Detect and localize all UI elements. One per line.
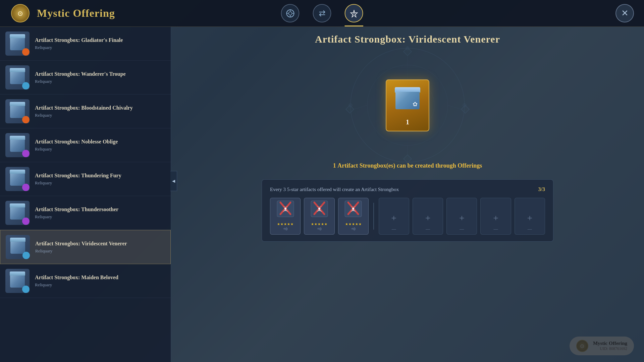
item-icon bbox=[5, 167, 30, 191]
artifact-card: ✿ 1 bbox=[386, 79, 429, 131]
item-subtitle: Reliquary bbox=[35, 79, 165, 84]
sidebar-item[interactable]: Artifact Strongbox: Wanderer's Troupe Re… bbox=[0, 61, 171, 95]
header: ⊙ Mystic Offering bbox=[0, 0, 644, 27]
slot-label: +0 bbox=[283, 227, 287, 232]
item-subtitle: Reliquary bbox=[35, 113, 165, 118]
box-shape bbox=[10, 71, 25, 84]
offering-bar: Every 3 5-star artifacts offered will cr… bbox=[262, 179, 553, 242]
artifact-card-count: 1 bbox=[406, 118, 409, 126]
svg-point-33 bbox=[352, 208, 354, 210]
offering-slot-filled[interactable]: ★★★★★ +0 bbox=[304, 198, 334, 235]
item-name: Artifact Strongbox: Bloodstained Chivalr… bbox=[35, 105, 165, 112]
item-text: Artifact Strongbox: Bloodstained Chivalr… bbox=[35, 105, 165, 118]
slot-empty-label: — bbox=[460, 226, 464, 232]
box-shape bbox=[10, 172, 25, 186]
nav-craft-wrap bbox=[281, 0, 300, 26]
sidebar-item[interactable]: Artifact Strongbox: Maiden Beloved Reliq… bbox=[0, 264, 171, 298]
artifact-slot-image bbox=[274, 199, 296, 221]
offering-slot-filled[interactable]: ★★★★★ +0 bbox=[338, 198, 369, 235]
svg-line-12 bbox=[448, 105, 461, 109]
item-corner-badge bbox=[22, 286, 30, 293]
nav-exchange-wrap bbox=[313, 0, 331, 26]
star-icon: ★ bbox=[359, 222, 362, 226]
star-icon: ★ bbox=[280, 222, 283, 226]
nav-craft-button[interactable] bbox=[281, 4, 300, 22]
item-corner-badge bbox=[22, 116, 30, 123]
star-icon: ★ bbox=[314, 222, 317, 226]
star-icon: ★ bbox=[290, 222, 293, 226]
item-icon bbox=[5, 201, 30, 225]
star-icon: ★ bbox=[284, 222, 287, 226]
svg-line-11 bbox=[354, 105, 367, 109]
sidebar-item[interactable]: Artifact Strongbox: Gladiator's Finale R… bbox=[0, 27, 171, 61]
artifact-slot-image bbox=[308, 199, 330, 221]
star-icon: ★ bbox=[345, 222, 348, 226]
logo-circle-icon: ⊙ bbox=[11, 4, 30, 22]
offering-slot-empty[interactable]: + — bbox=[379, 198, 409, 235]
nav-offering-button[interactable] bbox=[345, 4, 363, 22]
item-subtitle: Reliquary bbox=[35, 248, 165, 254]
item-text: Artifact Strongbox: Thundersoother Reliq… bbox=[35, 206, 165, 220]
sidebar: Artifact Strongbox: Gladiator's Finale R… bbox=[0, 27, 171, 362]
item-subtitle: Reliquary bbox=[35, 45, 165, 50]
box-shape bbox=[10, 37, 25, 50]
star-icon: ★ bbox=[355, 222, 358, 226]
svg-point-25 bbox=[284, 208, 286, 210]
slot-empty-label: — bbox=[528, 226, 532, 232]
box-shape bbox=[10, 105, 25, 118]
slot-stars: ★★★★★ bbox=[311, 222, 327, 226]
svg-point-1 bbox=[288, 12, 292, 15]
item-name: Artifact Strongbox: Gladiator's Finale bbox=[35, 37, 165, 44]
svg-point-15 bbox=[349, 104, 352, 107]
artifact-scissors-icon bbox=[275, 199, 296, 219]
nav-exchange-button[interactable] bbox=[313, 4, 331, 22]
item-corner-badge bbox=[22, 82, 30, 89]
item-text: Artifact Strongbox: Viridescent Venerer … bbox=[35, 240, 165, 254]
item-name: Artifact Strongbox: Viridescent Venerer bbox=[35, 240, 165, 247]
star-icon: ★ bbox=[324, 222, 327, 226]
slot-artifact-icon bbox=[273, 198, 298, 221]
item-subtitle: Reliquary bbox=[35, 180, 165, 186]
app-title: Mystic Offering bbox=[37, 7, 115, 19]
sidebar-item[interactable]: Artifact Strongbox: Bloodstained Chivalr… bbox=[0, 95, 171, 128]
offering-slot-empty[interactable]: + — bbox=[515, 198, 545, 235]
slot-stars: ★★★★★ bbox=[345, 222, 362, 226]
slot-label: +0 bbox=[351, 227, 356, 232]
item-icon bbox=[5, 133, 30, 157]
sidebar-collapse-button[interactable]: ◀ bbox=[170, 171, 177, 191]
svg-point-14 bbox=[463, 104, 466, 107]
offering-bar-description: Every 3 5-star artifacts offered will cr… bbox=[270, 187, 399, 192]
box-shape bbox=[10, 274, 25, 288]
item-name: Artifact Strongbox: Wanderer's Troupe bbox=[35, 71, 165, 78]
sidebar-item[interactable]: Artifact Strongbox: Viridescent Venerer … bbox=[0, 230, 171, 264]
app-logo: ⊙ bbox=[10, 3, 30, 23]
close-button[interactable]: ✕ bbox=[615, 4, 634, 22]
nav-offering-wrap bbox=[345, 0, 363, 26]
main-content: Artifact Strongbox: Viridescent Venerer bbox=[171, 27, 644, 362]
item-subtitle: Reliquary bbox=[35, 282, 165, 288]
item-name: Artifact Strongbox: Thundering Fury bbox=[35, 172, 165, 179]
item-name: Artifact Strongbox: Noblesse Oblige bbox=[35, 138, 165, 145]
offering-slot-filled[interactable]: ★★★★★ +0 bbox=[270, 198, 301, 235]
star-icon: ★ bbox=[277, 222, 280, 226]
box-shape bbox=[10, 138, 25, 152]
offering-slot-empty[interactable]: + — bbox=[480, 198, 511, 235]
svg-point-29 bbox=[318, 208, 320, 210]
item-corner-badge bbox=[22, 48, 30, 56]
slot-artifact-icon bbox=[307, 198, 332, 221]
sidebar-item[interactable]: Artifact Strongbox: Thundering Fury Reli… bbox=[0, 162, 171, 196]
sidebar-item[interactable]: Artifact Strongbox: Noblesse Oblige Reli… bbox=[0, 128, 171, 162]
star-icon: ★ bbox=[318, 222, 321, 226]
slot-empty-label: — bbox=[392, 226, 396, 232]
item-icon bbox=[5, 99, 30, 123]
artifact-scissors-icon bbox=[343, 199, 363, 219]
offering-bar-progress: 3/3 bbox=[538, 186, 545, 192]
artifact-display: ✿ 1 bbox=[324, 55, 491, 156]
sidebar-item[interactable]: Artifact Strongbox: Thundersoother Reliq… bbox=[0, 196, 171, 230]
offering-slot-empty[interactable]: + — bbox=[413, 198, 443, 235]
offering-slot-empty[interactable]: + — bbox=[446, 198, 477, 235]
item-text: Artifact Strongbox: Maiden Beloved Reliq… bbox=[35, 274, 165, 288]
item-text: Artifact Strongbox: Wanderer's Troupe Re… bbox=[35, 71, 165, 84]
svg-point-13 bbox=[406, 47, 409, 50]
offering-slots: ★★★★★ +0 bbox=[270, 198, 545, 235]
